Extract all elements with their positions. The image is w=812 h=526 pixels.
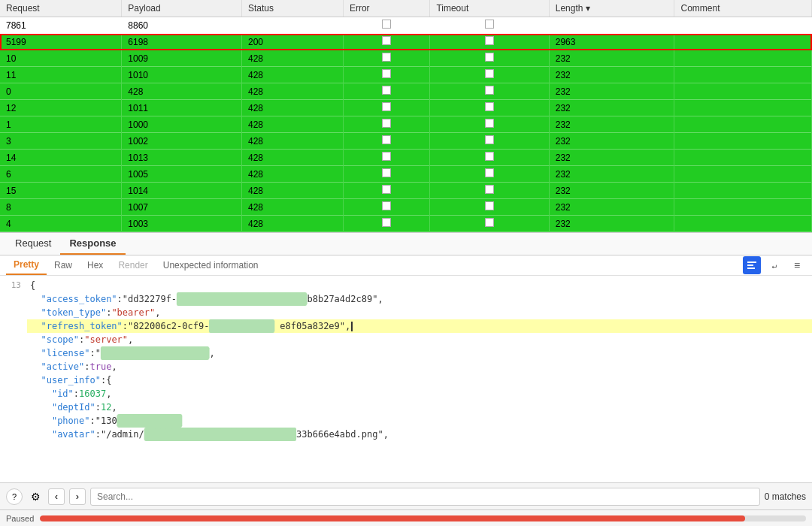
cell-comment	[674, 34, 812, 50]
cell-error	[343, 116, 429, 133]
forward-button[interactable]: ›	[69, 488, 86, 505]
cell-request: 1	[0, 116, 122, 133]
table-row[interactable]: 3 1002 428 232	[0, 133, 812, 150]
cell-request: 4	[0, 216, 122, 232]
cell-length: 232	[549, 100, 674, 116]
table-row[interactable]: 8 1007 428 232	[0, 199, 812, 216]
table-row[interactable]: 10 1009 428 232	[0, 50, 812, 67]
sub-tab-unexpected[interactable]: Unexpected information	[156, 256, 266, 274]
search-input[interactable]	[90, 488, 760, 506]
cell-comment	[674, 150, 812, 166]
cell-length: 232	[549, 166, 674, 183]
cell-status: 428	[241, 100, 343, 116]
menu-icon[interactable]: ≡	[788, 256, 806, 274]
cell-error	[343, 216, 429, 232]
cell-comment	[674, 183, 812, 199]
status-label: Paused	[6, 514, 34, 523]
code-line: "user_info":{	[0, 373, 812, 387]
cell-request: 14	[0, 150, 122, 166]
svg-rect-1	[747, 265, 753, 266]
cell-status: 428	[241, 83, 343, 100]
cell-timeout	[430, 116, 549, 133]
newline-icon[interactable]: ↵	[765, 256, 783, 274]
cell-length: 232	[549, 83, 674, 100]
col-request: Request	[0, 0, 122, 17]
cell-request: 0	[0, 83, 122, 100]
status-progress-fill	[40, 515, 744, 521]
cell-payload: 1002	[122, 133, 242, 150]
cell-error	[343, 166, 429, 183]
table-row[interactable]: 11 1010 428 232	[0, 67, 812, 83]
table-row[interactable]: 14 1013 428 232	[0, 150, 812, 166]
cell-timeout	[430, 50, 549, 67]
back-button[interactable]: ‹	[48, 488, 65, 505]
tab-request[interactable]: Request	[6, 233, 60, 255]
cell-comment	[674, 216, 812, 232]
response-format-tabs: Pretty Raw Hex Render Unexpected informa…	[0, 255, 812, 276]
cell-comment	[674, 199, 812, 216]
cell-request: 5199	[0, 34, 122, 50]
cell-error	[343, 199, 429, 216]
sub-tab-raw[interactable]: Raw	[47, 256, 80, 274]
code-line: "scope":"server",	[0, 333, 812, 346]
sub-tab-pretty[interactable]: Pretty	[6, 255, 47, 275]
cell-length: 232	[549, 150, 674, 166]
cell-comment	[674, 166, 812, 183]
table-row[interactable]: 15 1014 428 232	[0, 183, 812, 199]
code-line: "license":"████████████████████,	[0, 346, 812, 360]
sub-tab-render[interactable]: Render	[111, 256, 155, 274]
cell-payload: 1005	[122, 166, 242, 183]
cell-timeout	[430, 100, 549, 116]
cell-timeout	[430, 83, 549, 100]
col-payload: Payload	[122, 0, 242, 17]
cell-length: 232	[549, 199, 674, 216]
table-row[interactable]: 5199 6198 200 2963	[0, 34, 812, 50]
cell-status: 428	[241, 166, 343, 183]
code-line: "deptId":12,	[0, 401, 812, 414]
cell-status: 428	[241, 116, 343, 133]
sub-tab-hex[interactable]: Hex	[80, 256, 111, 274]
cell-timeout	[430, 34, 549, 50]
table-row[interactable]: 4 1003 428 232	[0, 216, 812, 232]
cell-timeout	[430, 166, 549, 183]
cell-payload: 6198	[122, 34, 242, 50]
status-progress-bar	[40, 515, 806, 521]
gear-button[interactable]: ⚙	[27, 488, 44, 505]
cell-status: 200	[241, 34, 343, 50]
search-bar: ? ⚙ ‹ › 0 matches	[0, 482, 812, 509]
help-button[interactable]: ?	[6, 488, 23, 505]
pretty-icon[interactable]	[743, 256, 761, 274]
table-row[interactable]: 0 428 428 232	[0, 83, 812, 100]
cell-error	[343, 133, 429, 150]
col-comment: Comment	[674, 0, 812, 17]
cell-length: 232	[549, 133, 674, 150]
cell-length: 2963	[549, 34, 674, 50]
table-row[interactable]: 7861 8860	[0, 17, 812, 34]
code-line: "phone":"130████████████	[0, 414, 812, 428]
table-row[interactable]: 12 1011 428 232	[0, 100, 812, 116]
cell-payload: 1009	[122, 50, 242, 67]
code-line-cursor: "refresh_token":"822006c2-0cf9-█████████…	[0, 319, 812, 333]
table-row[interactable]: 1 1000 428 232	[0, 116, 812, 133]
cell-error	[343, 67, 429, 83]
tab-response[interactable]: Response	[60, 233, 125, 255]
code-line: "access_token":"dd32279f-███████████████…	[0, 292, 812, 306]
cell-timeout	[430, 17, 549, 34]
cell-status: 428	[241, 199, 343, 216]
format-icons: ↵ ≡	[743, 256, 806, 274]
cell-length: 232	[549, 216, 674, 232]
cell-request: 3	[0, 133, 122, 150]
cell-error	[343, 83, 429, 100]
cell-length: 232	[549, 50, 674, 67]
cell-comment	[674, 100, 812, 116]
cell-comment	[674, 67, 812, 83]
table-row[interactable]: 6 1005 428 232	[0, 166, 812, 183]
matches-count: 0 matches	[765, 491, 806, 502]
cell-comment	[674, 83, 812, 100]
code-line: 13 {	[0, 279, 812, 292]
cell-timeout	[430, 67, 549, 83]
cell-payload: 8860	[122, 17, 242, 34]
cell-length: 232	[549, 116, 674, 133]
cell-timeout	[430, 150, 549, 166]
svg-rect-0	[747, 261, 756, 263]
